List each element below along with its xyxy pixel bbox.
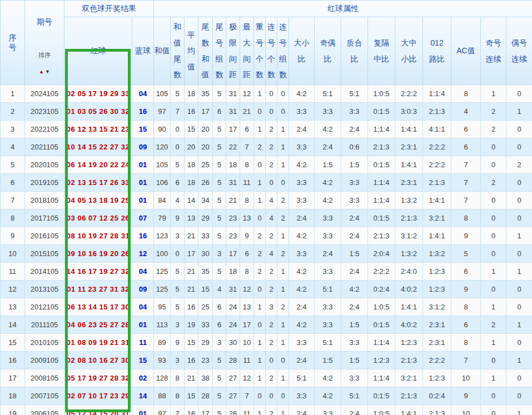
attr-value-cell: 7	[171, 103, 185, 121]
attr-value-cell: 9	[171, 209, 185, 227]
red-balls-cell: 05 12 14 15 20 31	[64, 405, 132, 415]
attr-value-cell: 4	[213, 281, 226, 298]
attr-value-cell: 2	[506, 156, 532, 174]
attr-value-cell: 0	[266, 174, 277, 192]
table-row: 11201410514 16 17 19 27 3204125521355188…	[1, 263, 532, 281]
blue-ball-cell: 15	[132, 121, 154, 138]
period-cell: 2012105	[25, 298, 64, 316]
attr-value-cell: 2	[277, 192, 289, 209]
attr-value-cell: 1	[481, 85, 506, 103]
attr-value-cell: 1	[506, 227, 532, 245]
attr-value-cell: 3:3	[289, 103, 315, 121]
serial-cell: 15	[1, 334, 25, 352]
red-balls-cell: 08 10 19 27 28 31	[64, 227, 132, 245]
sort-asc-icon[interactable]: ▲	[38, 69, 44, 74]
attr-value-cell: 89	[154, 334, 171, 352]
attr-value-cell: 1	[254, 405, 266, 415]
attr-value-cell: 1	[254, 192, 266, 209]
attr-value-cell: 3:3	[341, 103, 368, 121]
blue-ball-cell: 01	[132, 316, 154, 334]
period-cell: 2018105	[25, 192, 64, 209]
attr-value-cell: 3:3	[315, 298, 341, 316]
attr-value-cell: 1:3:2	[423, 245, 451, 263]
attr-value-cell: 27	[226, 387, 240, 405]
table-row: 1202410502 05 17 19 29 33041055183553112…	[1, 85, 532, 103]
attr-value-cell: 2:1:3	[423, 405, 451, 415]
attr-value-cell: 2:1:3	[395, 209, 423, 227]
header-attr-repeat-count: 重号 个数	[254, 17, 266, 85]
attr-value-cell: 2:4	[289, 352, 315, 369]
attr-value-cell: 34	[198, 192, 213, 209]
serial-cell: 16	[1, 352, 25, 369]
attr-value-cell: 4	[266, 209, 277, 227]
attr-value-cell: 5:1	[315, 334, 341, 352]
attr-value-cell: 35	[198, 85, 213, 103]
attr-value-cell: 0	[506, 245, 532, 263]
serial-cell: 12	[1, 281, 25, 298]
header-group-row: 序 号 期号 排序 ▲▼ 双色球开奖结果 红球属性	[1, 1, 532, 17]
attr-value-cell: 1	[481, 298, 506, 316]
attr-value-cell: 16	[185, 352, 198, 369]
attr-value-cell: 20	[185, 138, 198, 156]
header-attr-odd-even-ratio: 奇偶 比	[315, 17, 341, 85]
attr-value-cell: 0	[266, 85, 277, 103]
table-row: 9201610508 10 19 27 28 31161233213352392…	[1, 227, 532, 245]
attr-value-cell: 113	[154, 316, 171, 334]
header-attr-consecutive-groups: 连号 组数	[277, 17, 289, 85]
attr-value-cell: 24	[226, 316, 240, 334]
attr-value-cell: 1	[254, 174, 266, 192]
attr-value-cell: 5	[213, 352, 226, 369]
attr-value-cell: 3:3	[289, 245, 315, 263]
header-cols-row: 红球 蓝球 和值 和值 尾数 平均 值 尾数 和值 尾号 组数 极限 间距 最大…	[1, 17, 532, 85]
attr-value-cell: 0	[506, 281, 532, 298]
period-label: 期号	[25, 10, 64, 27]
red-balls-cell: 02 07 10 17 23 29	[64, 387, 132, 405]
attr-value-cell: 2:4	[315, 245, 341, 263]
attr-value-cell: 1	[506, 352, 532, 369]
attr-value-cell: 2:2:2	[423, 138, 451, 156]
sort-control[interactable]: 排序 ▲▼	[25, 43, 64, 75]
attr-value-cell: 0	[506, 369, 532, 387]
attr-value-cell: 105	[154, 85, 171, 103]
attr-value-cell: 5:1	[289, 369, 315, 387]
header-serial: 序 号	[1, 1, 25, 85]
attr-value-cell: 1:3:2	[395, 192, 423, 209]
attr-value-cell: 15	[185, 121, 198, 138]
attr-value-cell: 5	[171, 263, 185, 281]
blue-ball-cell: 16	[132, 103, 154, 121]
attr-value-cell: 2:4	[289, 405, 315, 415]
header-group-attrs: 红球属性	[154, 1, 532, 17]
red-balls-cell: 06 12 13 15 21 23	[64, 121, 132, 138]
attr-value-cell: 5	[213, 85, 226, 103]
attr-value-cell: 1:2:3	[368, 352, 395, 369]
attr-value-cell: 10	[451, 369, 481, 387]
attr-value-cell: 21	[226, 192, 240, 209]
attr-value-cell: 1:0:5	[368, 405, 395, 415]
sort-label: 排序	[25, 52, 64, 58]
attr-value-cell: 88	[154, 387, 171, 405]
attr-value-cell: 29	[198, 334, 213, 352]
attr-value-cell: 0:6	[341, 138, 368, 156]
attr-value-cell: 1:4:1	[395, 156, 423, 174]
attr-value-cell: 4:2	[289, 263, 315, 281]
attr-value-cell: 93	[154, 352, 171, 369]
serial-cell: 17	[1, 369, 25, 387]
attr-value-cell: 31	[226, 85, 240, 103]
attr-value-cell: 8	[451, 334, 481, 352]
serial-cell: 7	[1, 192, 25, 209]
attr-value-cell: 0:2:4	[423, 387, 451, 405]
attr-value-cell: 3:0:3	[395, 103, 423, 121]
red-balls-cell: 01 03 05 26 30 32	[64, 103, 132, 121]
attr-value-cell: 1	[277, 405, 289, 415]
attr-value-cell: 1:4:1	[395, 121, 423, 138]
attr-value-cell: 23	[226, 209, 240, 227]
attr-value-cell: 2	[266, 121, 277, 138]
attr-value-cell: 105	[154, 156, 171, 174]
attr-value-cell: 0:1:5	[368, 316, 395, 334]
serial-cell: 1	[1, 85, 25, 103]
serial-cell: 18	[1, 387, 25, 405]
attr-value-cell: 1	[277, 334, 289, 352]
attr-value-cell: 1	[506, 316, 532, 334]
attr-value-cell: 0	[506, 334, 532, 352]
sort-desc-icon[interactable]: ▼	[44, 69, 51, 74]
